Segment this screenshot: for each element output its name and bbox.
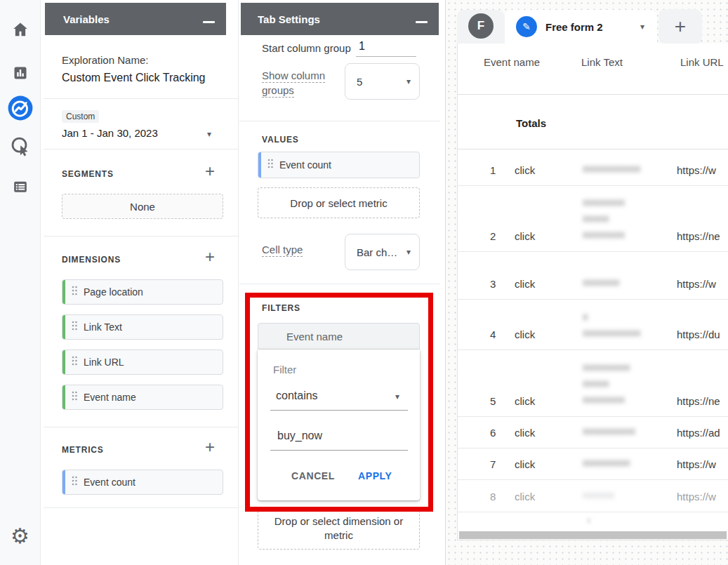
column-header-link-url[interactable]: Link URL [680, 56, 724, 68]
drop-dimension-zone[interactable]: Drop or select dimension or metric [258, 507, 420, 550]
dimension-chip-event-name[interactable]: Event name [62, 385, 223, 410]
table-row[interactable]: 2clickxxxxxxxxxxxxxxxxxxxxxhttps://ne [458, 186, 728, 252]
show-column-groups-select[interactable]: 5 ▾ [345, 63, 420, 100]
table-row[interactable]: 4clickxxxxxxxxxxxxhttps://du [458, 300, 728, 350]
row-number: 1 [490, 164, 496, 176]
avatar[interactable]: F [468, 13, 494, 39]
filter-value-input[interactable]: buy_now [277, 430, 322, 442]
date-range-selector[interactable]: Jan 1 - Jan 30, 2023 [62, 127, 158, 139]
link-url-cell: https://w [677, 491, 716, 503]
row-number: 8 [490, 491, 496, 503]
divider [44, 98, 238, 99]
exploration-name-label: Exploration Name: [62, 54, 148, 66]
configure-library-icon[interactable] [11, 178, 29, 196]
plus-icon: + [675, 15, 686, 38]
divider [239, 121, 440, 121]
divider [44, 427, 238, 427]
redacted-text-blur: xxxxxxxx [583, 391, 630, 407]
link-text-cell-redacted: xxxxxxxxxx [583, 423, 635, 439]
redacted-text-blur: x [583, 308, 641, 324]
metric-chip-label: Event count [84, 477, 135, 488]
add-segment-button[interactable]: + [205, 164, 215, 178]
start-column-group-input[interactable]: 1 [359, 40, 365, 53]
row-number: 4 [490, 328, 496, 340]
redacted-text-blur: xxxxxxxxx [583, 359, 630, 375]
table-row[interactable]: 1clickxxxxxxxxxxxhttps://w [458, 149, 728, 186]
drag-handle-icon[interactable] [71, 285, 78, 299]
avatar-initial: F [477, 19, 484, 33]
dimension-color-bar [62, 315, 65, 339]
apply-button[interactable]: APPLY [358, 470, 392, 481]
chevron-down-icon[interactable]: ▾ [640, 22, 644, 31]
drag-handle-icon[interactable] [71, 390, 78, 404]
drag-handle-icon[interactable] [267, 158, 274, 172]
link-url-cell: https://ne [677, 230, 720, 242]
dimension-chip-link-url[interactable]: Link URL [62, 350, 223, 375]
filter-condition-select[interactable]: contains [276, 390, 318, 402]
metric-color-bar [62, 470, 65, 494]
input-underline [270, 410, 408, 411]
table-row[interactable]: 5clickxxxxxxxxxxxxxxxxxxxxxxhttps://ne [458, 350, 728, 417]
event-name-cell: click [515, 278, 535, 290]
chevron-down-icon[interactable]: ▾ [207, 130, 211, 138]
values-chip-label: Event count [279, 159, 331, 171]
link-url-cell: https://w [677, 458, 716, 470]
filter-field-chip[interactable]: Event name [258, 323, 420, 350]
exploration-name-value[interactable]: Custom Event Click Tracking [62, 72, 206, 84]
link-url-cell: https://du [677, 328, 720, 340]
divider [44, 236, 238, 237]
add-metric-button[interactable]: + [205, 440, 215, 454]
dimensions-section-label: DIMENSIONS [62, 255, 121, 265]
horizontal-scrollbar-thumb[interactable] [459, 531, 727, 539]
add-tab-button[interactable]: + [658, 9, 702, 44]
drag-handle-icon[interactable] [71, 355, 78, 369]
link-url-cell: https://ne [677, 395, 720, 407]
advertising-icon[interactable] [10, 135, 31, 157]
table-row[interactable]: 3clickxxxxxxxhttps://w [458, 252, 728, 300]
settings-gear-icon[interactable]: ⚙ [11, 526, 29, 547]
drag-handle-icon[interactable] [71, 475, 78, 489]
metrics-section-label: METRICS [62, 445, 104, 455]
values-chip-event-count[interactable]: Event count [258, 152, 420, 178]
cancel-button[interactable]: CANCEL [291, 470, 335, 481]
reports-icon[interactable] [12, 65, 29, 81]
chevron-down-icon[interactable]: ▾ [395, 392, 399, 401]
input-underline [270, 450, 408, 451]
dimension-chip-link-text[interactable]: Link Text [62, 314, 223, 340]
date-range-value: Jan 1 - Jan 30, 2023 [62, 127, 158, 139]
event-name-cell: click [515, 491, 535, 503]
partial-row-blur: x [586, 514, 592, 526]
table-rows: 1clickxxxxxxxxxxxhttps://w2clickxxxxxxxx… [458, 149, 728, 512]
column-header-link-text[interactable]: Link Text [581, 56, 623, 68]
dimension-color-bar [62, 280, 65, 304]
table-row[interactable]: 6clickxxxxxxxxxxhttps://ad [458, 417, 728, 448]
event-name-cell: click [515, 427, 535, 439]
explore-icon[interactable] [7, 95, 34, 121]
cell-type-select[interactable]: Bar ch… ▾ [345, 234, 420, 270]
minimize-variables-icon[interactable] [203, 21, 215, 23]
column-header-event-name[interactable]: Event name [484, 56, 540, 68]
drop-metric-zone[interactable]: Drop or select metric [258, 187, 420, 218]
cell-type-value: Bar ch… [357, 246, 406, 258]
segments-none-chip[interactable]: None [62, 194, 223, 219]
values-section-label: VALUES [262, 135, 299, 145]
link-url-cell: https://ad [677, 427, 720, 439]
tab-settings-panel-header: Tab Settings [241, 3, 439, 35]
table-row[interactable]: 8clickxxxxxxhttps://w [458, 480, 728, 512]
link-url-cell: https://w [677, 278, 716, 290]
filters-section-label: FILTERS [262, 303, 300, 313]
row-number: 6 [490, 427, 496, 439]
add-dimension-button[interactable]: + [205, 250, 215, 264]
minimize-tab-settings-icon[interactable] [416, 21, 428, 23]
home-icon[interactable] [11, 20, 29, 39]
tab-settings-panel-title: Tab Settings [258, 13, 320, 25]
tab-free-form-2[interactable]: ✎ Free form 2 ▾ [505, 10, 657, 44]
free-form-table: Event name Link Text Link URL Totals 1cl… [457, 44, 728, 540]
dimension-chip-page-location[interactable]: Page location [62, 279, 223, 305]
partial-next-row: x [458, 512, 728, 531]
drag-handle-icon[interactable] [71, 320, 78, 334]
metric-chip-event-count[interactable]: Event count [62, 470, 223, 495]
table-row[interactable]: 7clickxxxxxxxxxhttps://w [458, 448, 728, 480]
totals-row: Totals [458, 95, 728, 149]
redacted-text-blur: xxxxxxxxxx [583, 423, 635, 439]
